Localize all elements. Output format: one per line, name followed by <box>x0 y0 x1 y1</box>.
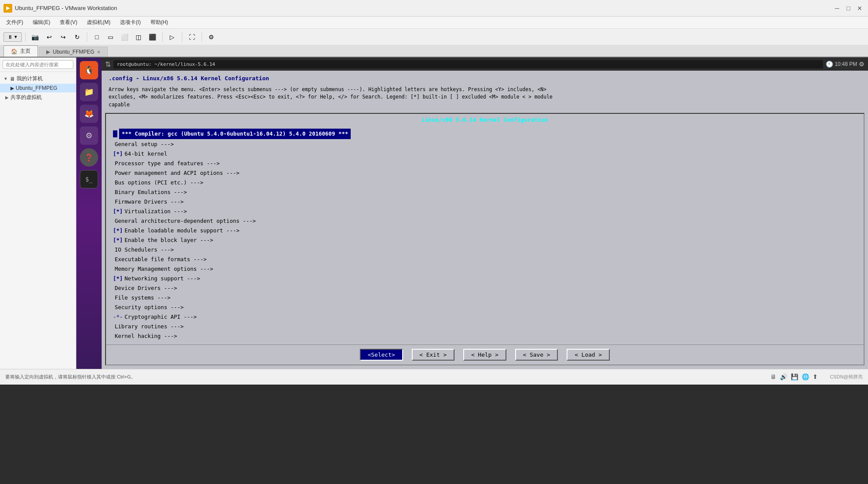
item-label: General setup ---> <box>115 140 174 149</box>
menu-item-io-schedulers[interactable]: IO Schedulers ---> <box>113 245 857 255</box>
item-label: Firmware Drivers ---> <box>115 198 184 206</box>
item-label: File systems ---> <box>115 293 171 302</box>
menu-item-power[interactable]: Power management and ACPI options ---> <box>113 168 857 178</box>
menu-item-security[interactable]: Security options ---> <box>113 303 857 312</box>
toolbar-btn-4[interactable]: ◫ <box>133 31 145 43</box>
maximize-button[interactable]: □ <box>844 3 853 13</box>
sidebar-item-my-computer[interactable]: ▼ 🖥 我的计算机 <box>0 74 76 84</box>
tab-close-icon[interactable]: ✕ <box>97 50 100 55</box>
menu-item-library[interactable]: Library routines ---> <box>113 322 857 331</box>
settings-icon[interactable]: ⚙ <box>859 61 865 68</box>
toolbar-btn-3[interactable]: ⬜ <box>119 31 131 43</box>
toolbar-play[interactable]: ▷ <box>166 31 178 43</box>
my-computer-label: 我的计算机 <box>17 75 43 82</box>
tab-home[interactable]: 🏠 主页 <box>3 45 38 57</box>
item-label: Memory Management options ---> <box>115 265 213 273</box>
item-label: Bus options (PCI etc.) ---> <box>115 178 203 187</box>
address-path: root@ubuntu: ~/kernel/linux-5.6.14 <box>113 60 823 68</box>
toolbar-separator-5 <box>202 32 202 42</box>
search-input[interactable] <box>3 60 73 69</box>
status-bar: 要将输入定向到虚拟机，请将鼠标指针移入其中或按 Ctrl+G。 🖥 🔊 💾 🌐 … <box>0 369 868 385</box>
ubuntu-settings-icon[interactable]: ⚙ <box>80 126 98 145</box>
toolbar-snapshot[interactable]: 📷 <box>29 31 41 43</box>
ubuntu-terminal-icon[interactable]: $_ <box>80 170 98 188</box>
toolbar-fullscreen[interactable]: ⛶ <box>186 31 198 43</box>
menu-item-filesystems[interactable]: File systems ---> <box>113 293 857 303</box>
menu-item-virtualization[interactable]: [*] Virtualization ---> <box>113 207 857 216</box>
status-icon-5[interactable]: ⬆ <box>813 373 818 380</box>
status-icon-4[interactable]: 🌐 <box>802 373 809 380</box>
toolbar-btn-5[interactable]: ⬛ <box>147 31 159 43</box>
item-prefix-checked: [*] <box>113 207 123 216</box>
toolbar-revert[interactable]: ↩ <box>43 31 55 43</box>
menu-item-kernel-hacking[interactable]: Kernel hacking ---> <box>113 331 857 341</box>
terminal-container: .config - Linux/x86 5.6.14 Kernel Config… <box>102 71 868 369</box>
pause-button[interactable]: ⏸ ▼ <box>3 32 22 42</box>
save-button[interactable]: < Save > <box>515 349 558 361</box>
menu-item-exec-formats[interactable]: Executable file formats ---> <box>113 255 857 264</box>
menu-vm[interactable]: 虚拟机(M) <box>82 17 115 27</box>
instruction-line-3: capable <box>109 101 861 109</box>
item-label: Library routines ---> <box>115 322 184 331</box>
menu-item-general-setup[interactable]: General setup ---> <box>113 140 857 149</box>
minimize-button[interactable]: ─ <box>832 3 842 13</box>
ubuntu-help-icon[interactable]: ❓ <box>80 148 98 167</box>
menu-item-binary[interactable]: Binary Emulations ---> <box>113 187 857 197</box>
app-icon: ▶ <box>3 4 12 13</box>
config-title: .config - Linux/x86 5.6.14 Kernel Config… <box>109 75 269 82</box>
exit-button[interactable]: < Exit > <box>412 349 455 361</box>
toolbar-btn-2[interactable]: ▭ <box>105 31 117 43</box>
config-menu-area[interactable]: *** Compiler: gcc (Ubuntu 5.4.0-6ubuntu1… <box>106 125 864 344</box>
sidebar: ▼ 🖥 我的计算机 ▶ Ubuntu_FFMPEG ▶ 共享的虚拟机 <box>0 58 76 369</box>
toolbar-btn-1[interactable]: □ <box>91 31 103 43</box>
select-button[interactable]: <Select> <box>360 349 403 361</box>
item-label: Power management and ACPI options ---> <box>115 169 239 177</box>
status-icon-1[interactable]: 🖥 <box>770 373 776 380</box>
toolbar-undo[interactable]: ↪ <box>57 31 69 43</box>
tab-vm[interactable]: ▶ Ubuntu_FFMPEG ✕ <box>39 47 108 57</box>
ubuntu-logo-icon[interactable]: 🐧 <box>80 61 98 79</box>
menu-item-bus[interactable]: Bus options (PCI etc.) ---> <box>113 178 857 187</box>
load-button[interactable]: < Load > <box>567 349 610 361</box>
config-bottom-bar: <Select> < Exit > < Help > < Save > < Lo… <box>106 344 864 365</box>
item-prefix-checked: [*] <box>113 150 123 158</box>
item-label: Device Drivers ---> <box>115 284 177 293</box>
sidebar-item-ubuntu-ffmpeg[interactable]: ▶ Ubuntu_FFMPEG <box>0 84 76 92</box>
ubuntu-files-icon[interactable]: 📁 <box>80 83 98 101</box>
address-icons: 🕙 10:48 PM ⚙ <box>826 61 865 68</box>
menu-item-loadable-module[interactable]: [*] Enable loadable module support ---> <box>113 226 857 235</box>
ubuntu-firefox-icon[interactable]: 🦊 <box>80 105 98 123</box>
menu-item-firmware[interactable]: Firmware Drivers ---> <box>113 197 857 207</box>
menu-tab[interactable]: 选项卡(I) <box>116 17 145 27</box>
menu-view[interactable]: 查看(V) <box>55 17 82 27</box>
title-bar-left: ▶ Ubuntu_FFMPEG - VMware Workstation <box>3 4 117 13</box>
compiler-line[interactable]: *** Compiler: gcc (Ubuntu 5.4.0-6ubuntu1… <box>113 128 857 140</box>
clock-icon: 🕙 <box>826 61 833 68</box>
menu-item-64bit-kernel[interactable]: [*] 64-bit kernel <box>113 149 857 159</box>
status-icon-3[interactable]: 💾 <box>791 373 798 380</box>
menu-item-arch[interactable]: General architecture-dependent options -… <box>113 216 857 226</box>
toolbar-separator-4 <box>182 32 182 42</box>
toolbar-more[interactable]: ⚙ <box>205 31 218 43</box>
sidebar-search-area <box>0 58 76 72</box>
help-button[interactable]: < Help > <box>463 349 506 361</box>
compiler-text: *** Compiler: gcc (Ubuntu 5.4.0-6ubuntu1… <box>119 129 351 139</box>
menu-edit[interactable]: 编辑(E) <box>28 17 55 27</box>
menu-item-crypto[interactable]: -*- Cryptographic API ---> <box>113 312 857 322</box>
menu-help[interactable]: 帮助(H) <box>146 17 173 27</box>
menu-item-memory[interactable]: Memory Management options ---> <box>113 264 857 274</box>
menu-item-block-layer[interactable]: [*] Enable the block layer ---> <box>113 235 857 245</box>
menu-file[interactable]: 文件(F) <box>2 17 27 27</box>
menu-item-device-drivers[interactable]: Device Drivers ---> <box>113 283 857 293</box>
item-label: Binary Emulations ---> <box>115 188 187 197</box>
status-icon-2[interactable]: 🔊 <box>780 373 787 380</box>
menu-item-processor[interactable]: Processor type and features ---> <box>113 159 857 168</box>
config-title-bar: .config - Linux/x86 5.6.14 Kernel Config… <box>105 74 865 82</box>
my-computer-icon: 🖥 <box>10 76 15 82</box>
menu-item-networking[interactable]: [*] Networking support ---> <box>113 274 857 283</box>
vm-name-label: Ubuntu_FFMPEG <box>16 85 57 91</box>
close-button[interactable]: ✕ <box>855 3 865 13</box>
ubuntu-sidebar: 🐧 📁 🦊 ⚙ ❓ $_ <box>76 58 102 369</box>
toolbar-redo[interactable]: ↻ <box>71 31 83 43</box>
sidebar-item-shared-vms[interactable]: ▶ 共享的虚拟机 <box>0 92 76 102</box>
